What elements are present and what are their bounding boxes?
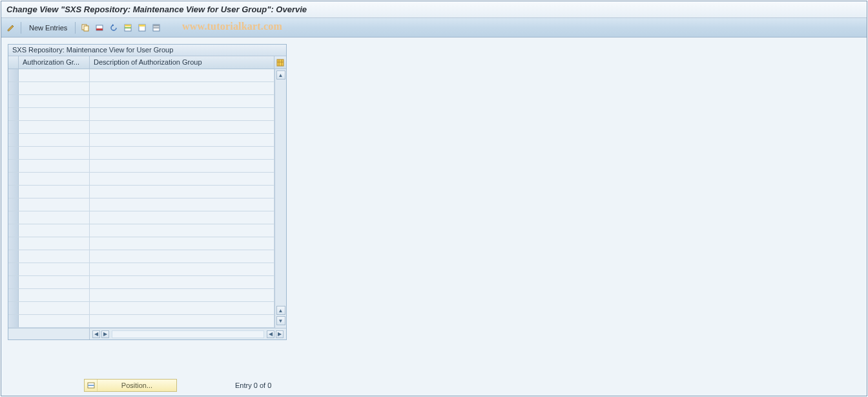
row-selector[interactable]	[8, 224, 19, 237]
cell-auth-group[interactable]	[19, 82, 90, 94]
row-selector[interactable]	[8, 121, 19, 133]
cell-auth-group[interactable]	[19, 289, 90, 301]
cell-description[interactable]	[90, 160, 274, 172]
toolbar-separator	[21, 22, 21, 34]
cell-description[interactable]	[90, 69, 274, 81]
row-selector[interactable]	[8, 108, 19, 120]
cell-description[interactable]	[90, 108, 274, 120]
svg-rect-6	[125, 27, 131, 28]
scroll-left-button[interactable]: ◀	[92, 330, 100, 338]
cell-auth-group[interactable]	[19, 134, 90, 146]
table-row	[8, 263, 274, 276]
row-selector[interactable]	[8, 160, 19, 172]
cell-description[interactable]	[90, 224, 274, 237]
cell-auth-group[interactable]	[19, 160, 90, 172]
cell-description[interactable]	[90, 276, 274, 288]
deselect-all-icon	[152, 23, 161, 32]
cell-description[interactable]	[90, 173, 274, 185]
new-entries-button[interactable]: New Entries	[25, 21, 71, 34]
cell-auth-group[interactable]	[19, 315, 90, 327]
row-selector[interactable]	[8, 302, 19, 314]
cell-auth-group[interactable]	[19, 224, 90, 237]
row-selector[interactable]	[8, 263, 19, 275]
cell-description[interactable]	[90, 198, 274, 211]
copy-icon	[81, 23, 90, 32]
toggle-mode-button[interactable]	[5, 22, 17, 34]
table-config-button[interactable]	[274, 56, 286, 69]
cell-auth-group[interactable]	[19, 186, 90, 198]
row-selector[interactable]	[8, 69, 19, 81]
undo-button[interactable]	[108, 22, 119, 34]
row-selector[interactable]	[8, 147, 19, 159]
row-selector[interactable]	[8, 250, 19, 263]
cell-description[interactable]	[90, 95, 274, 107]
cell-auth-group[interactable]	[19, 108, 90, 120]
copy-button[interactable]	[79, 22, 91, 34]
select-all-button[interactable]	[122, 22, 134, 34]
table-row	[8, 276, 274, 289]
cell-auth-group[interactable]	[19, 198, 90, 211]
svg-rect-10	[153, 25, 160, 27]
row-selector[interactable]	[8, 173, 19, 185]
column-header-auth-group[interactable]: Authorization Gr...	[19, 56, 90, 69]
row-selector[interactable]	[8, 289, 19, 301]
table-row	[8, 147, 274, 160]
title-bar: Change View "SXS Repository: Maintenance…	[1, 1, 867, 18]
table-row	[8, 134, 274, 147]
cell-description[interactable]	[90, 289, 274, 301]
cell-auth-group[interactable]	[19, 147, 90, 159]
row-selector[interactable]	[8, 82, 19, 94]
cell-auth-group[interactable]	[19, 250, 90, 263]
row-selector[interactable]	[8, 276, 19, 288]
svg-rect-11	[153, 27, 160, 28]
delete-icon	[95, 23, 104, 32]
scroll-down-button[interactable]: ▲	[276, 306, 285, 315]
cell-description[interactable]	[90, 302, 274, 314]
row-selector[interactable]	[8, 237, 19, 250]
scroll-down-button-2[interactable]: ▼	[276, 316, 285, 325]
column-header-description[interactable]: Description of Authorization Group	[90, 56, 274, 69]
table-rows	[8, 69, 274, 328]
row-selector[interactable]	[8, 198, 19, 211]
new-entries-label: New Entries	[29, 24, 67, 32]
scroll-right-button[interactable]: ▶	[101, 330, 109, 338]
scroll-up-button[interactable]: ▲	[276, 70, 285, 80]
cell-description[interactable]	[90, 263, 274, 275]
cell-auth-group[interactable]	[19, 263, 90, 275]
cell-auth-group[interactable]	[19, 276, 90, 288]
cell-auth-group[interactable]	[19, 173, 90, 185]
delete-button[interactable]	[94, 22, 105, 34]
cell-auth-group[interactable]	[19, 211, 90, 224]
cell-description[interactable]	[90, 250, 274, 263]
position-button[interactable]: Position...	[84, 379, 177, 392]
row-selector[interactable]	[8, 315, 19, 327]
cell-description[interactable]	[90, 121, 274, 133]
cell-description[interactable]	[90, 147, 274, 159]
select-block-icon	[138, 23, 147, 32]
row-selector[interactable]	[8, 211, 19, 224]
position-button-label: Position...	[98, 381, 176, 389]
select-block-button[interactable]	[136, 22, 148, 34]
vertical-scrollbar[interactable]: ▲ ▲ ▼	[274, 69, 286, 328]
cell-description[interactable]	[90, 211, 274, 224]
cell-auth-group[interactable]	[19, 121, 90, 133]
row-selector[interactable]	[8, 134, 19, 146]
horizontal-scroll-track[interactable]	[112, 330, 264, 338]
deselect-all-button[interactable]	[150, 22, 162, 34]
scroll-right-end-button[interactable]: ▶	[276, 330, 284, 338]
cell-description[interactable]	[90, 82, 274, 94]
entry-count-text: Entry 0 of 0	[235, 381, 271, 389]
scroll-left-end-button[interactable]: ◀	[267, 330, 274, 338]
cell-description[interactable]	[90, 134, 274, 146]
cell-description[interactable]	[90, 315, 274, 327]
cell-description[interactable]	[90, 186, 274, 198]
pencil-icon	[6, 23, 16, 32]
cell-auth-group[interactable]	[19, 95, 90, 107]
table-row	[8, 211, 274, 224]
row-selector[interactable]	[8, 95, 19, 107]
cell-auth-group[interactable]	[19, 69, 90, 81]
cell-auth-group[interactable]	[19, 302, 90, 314]
cell-auth-group[interactable]	[19, 237, 90, 250]
row-selector[interactable]	[8, 186, 19, 198]
cell-description[interactable]	[90, 237, 274, 250]
